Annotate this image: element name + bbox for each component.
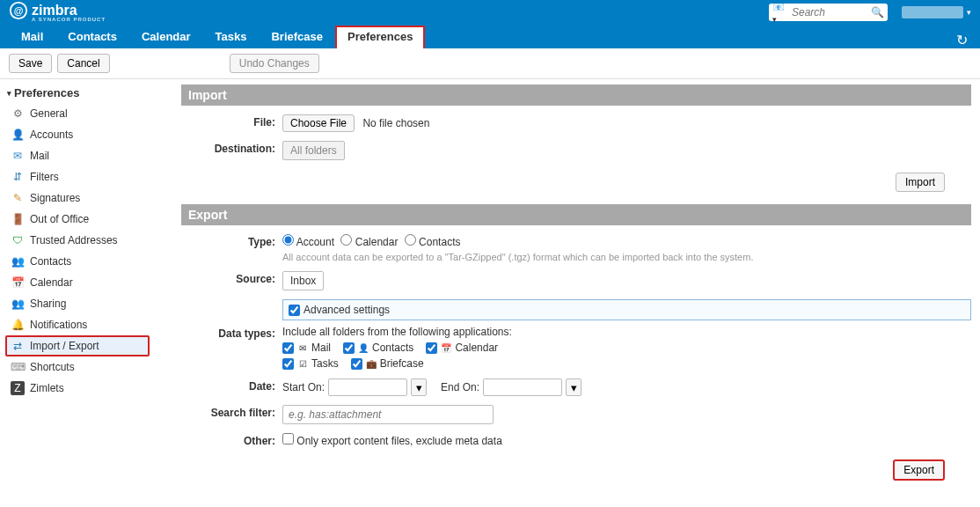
- sidebar-item-accounts[interactable]: 👤Accounts: [5, 124, 150, 145]
- import-export-icon: ⇄: [11, 339, 25, 353]
- start-date-input[interactable]: [328, 378, 407, 396]
- other-checkbox[interactable]: [282, 433, 294, 445]
- choose-file-button[interactable]: Choose File: [282, 114, 355, 132]
- start-date-picker[interactable]: ▾: [411, 378, 427, 396]
- sidebar-item-signatures[interactable]: ✎Signatures: [5, 187, 150, 209]
- file-status: No file chosen: [362, 117, 429, 129]
- source-label: Source:: [181, 271, 282, 290]
- dt-label: Tasks: [311, 357, 339, 370]
- chevron-down-icon: ▾: [967, 8, 971, 17]
- sidebar-item-label: Shortcuts: [30, 361, 75, 373]
- export-button[interactable]: Export: [893, 459, 945, 481]
- tasks-icon: ☑: [296, 357, 309, 370]
- sidebar-heading[interactable]: ▾ Preferences: [5, 83, 150, 103]
- search-input[interactable]: [792, 6, 871, 18]
- type-calendar[interactable]: Calendar: [340, 236, 398, 248]
- dt-tasks[interactable]: ☑Tasks: [282, 357, 339, 370]
- other-label: Other:: [181, 433, 282, 447]
- sidebar-item-sharing[interactable]: 👥Sharing: [5, 293, 150, 314]
- sidebar-item-trusted[interactable]: 🛡Trusted Addresses: [5, 230, 150, 251]
- sidebar-item-import-export[interactable]: ⇄Import / Export: [5, 335, 150, 356]
- nav-briefcase[interactable]: Briefcase: [259, 26, 335, 48]
- sidebar-item-label: Notifications: [30, 319, 87, 331]
- destination-field[interactable]: All folders: [282, 141, 345, 160]
- data-types-label: Data types:: [181, 326, 282, 370]
- sidebar-item-notifications[interactable]: 🔔Notifications: [5, 314, 150, 335]
- import-button[interactable]: Import: [896, 173, 945, 192]
- other-option[interactable]: Only export content files, exclude meta …: [282, 435, 502, 447]
- type-account[interactable]: Account: [282, 236, 334, 248]
- advanced-checkbox[interactable]: [289, 305, 300, 316]
- logo-icon: @: [9, 1, 28, 24]
- date-row: Date: Start On: ▾ End On: ▾: [181, 378, 971, 396]
- dt-briefcase[interactable]: 💼Briefcase: [351, 357, 424, 370]
- save-button[interactable]: Save: [9, 54, 52, 73]
- type-contacts-radio[interactable]: [405, 234, 416, 246]
- sidebar-item-label: General: [30, 107, 68, 120]
- action-toolbar: Save Cancel Undo Changes: [0, 48, 980, 79]
- dt-label: Contacts: [372, 342, 413, 354]
- sidebar-item-zimlets[interactable]: ZZimlets: [5, 378, 150, 399]
- dt-mail[interactable]: ✉Mail: [282, 342, 331, 354]
- mail-scope-icon[interactable]: 📧 ▾: [772, 2, 792, 24]
- export-section-header: Export: [181, 204, 971, 225]
- mail-icon: ✉: [296, 342, 309, 354]
- file-value: Choose File No file chosen: [282, 114, 971, 132]
- date-label: Date:: [181, 378, 282, 396]
- advanced-settings-box[interactable]: Advanced settings: [282, 299, 971, 320]
- sidebar-item-shortcuts[interactable]: ⌨Shortcuts: [5, 356, 150, 378]
- calendar-icon: 📅: [11, 276, 25, 290]
- gear-icon: ⚙: [11, 107, 25, 121]
- import-section-header: Import: [181, 84, 971, 106]
- dt-briefcase-checkbox[interactable]: [351, 358, 362, 370]
- refresh-icon[interactable]: ↻: [956, 32, 968, 48]
- source-field[interactable]: Inbox: [282, 271, 324, 290]
- dt-calendar[interactable]: 📅Calendar: [426, 342, 498, 354]
- dt-contacts-checkbox[interactable]: [343, 342, 355, 354]
- data-types-value: Include all folders from the following a…: [282, 326, 971, 370]
- nav-tasks[interactable]: Tasks: [203, 26, 260, 48]
- search-filter-input[interactable]: [282, 405, 494, 424]
- cancel-button[interactable]: Cancel: [57, 54, 109, 73]
- contacts-icon: 👥: [11, 254, 25, 268]
- nav-mail[interactable]: Mail: [9, 26, 55, 48]
- type-contacts[interactable]: Contacts: [405, 236, 461, 248]
- sidebar-item-label: Import / Export: [30, 340, 99, 352]
- sidebar-item-filters[interactable]: ⇵Filters: [5, 166, 150, 187]
- sidebar-item-label: Mail: [30, 150, 49, 162]
- export-type-row: Type: Account Calendar Contacts All acco…: [181, 234, 971, 262]
- search-icon[interactable]: 🔍: [871, 6, 884, 18]
- sidebar-item-label: Zimlets: [30, 382, 64, 394]
- sidebar-item-contacts[interactable]: 👥Contacts: [5, 251, 150, 272]
- dt-calendar-checkbox[interactable]: [426, 342, 437, 354]
- calendar-icon: 📅: [440, 342, 452, 354]
- type-label: Type:: [181, 234, 282, 262]
- nav-preferences[interactable]: Preferences: [335, 26, 425, 48]
- dt-contacts[interactable]: 👤Contacts: [343, 342, 413, 354]
- nav-contacts[interactable]: Contacts: [55, 26, 129, 48]
- sidebar-item-mail[interactable]: ✉Mail: [5, 145, 150, 166]
- end-date-picker[interactable]: ▾: [566, 378, 581, 396]
- nav-calendar[interactable]: Calendar: [129, 26, 203, 48]
- end-date-input[interactable]: [483, 378, 562, 396]
- topbar: @ zimbra A SYNACOR PRODUCT 📧 ▾ 🔍 ▾ Mail …: [0, 0, 980, 48]
- sidebar-item-general[interactable]: ⚙General: [5, 103, 150, 124]
- type-account-radio[interactable]: [282, 234, 294, 246]
- type-calendar-radio[interactable]: [340, 234, 352, 246]
- dt-mail-checkbox[interactable]: [282, 342, 294, 354]
- type-option-label: Calendar: [355, 236, 399, 248]
- import-file-row: File: Choose File No file chosen: [181, 114, 971, 132]
- search-filter-value: [282, 405, 971, 424]
- main-nav: Mail Contacts Calendar Tasks Briefcase P…: [0, 25, 980, 48]
- source-value: Inbox: [282, 271, 971, 290]
- sidebar-item-out-of-office[interactable]: 🚪Out of Office: [5, 209, 150, 230]
- undo-button[interactable]: Undo Changes: [230, 54, 319, 73]
- out-of-office-icon: 🚪: [11, 212, 25, 226]
- dt-tasks-checkbox[interactable]: [282, 358, 294, 370]
- search-box[interactable]: 📧 ▾ 🔍: [769, 4, 888, 21]
- sidebar-item-calendar[interactable]: 📅Calendar: [5, 272, 150, 293]
- mail-icon: ✉: [11, 149, 25, 163]
- user-menu[interactable]: ▾: [902, 6, 971, 18]
- sidebar-item-label: Signatures: [30, 192, 80, 204]
- sidebar-item-label: Trusted Addresses: [30, 234, 118, 246]
